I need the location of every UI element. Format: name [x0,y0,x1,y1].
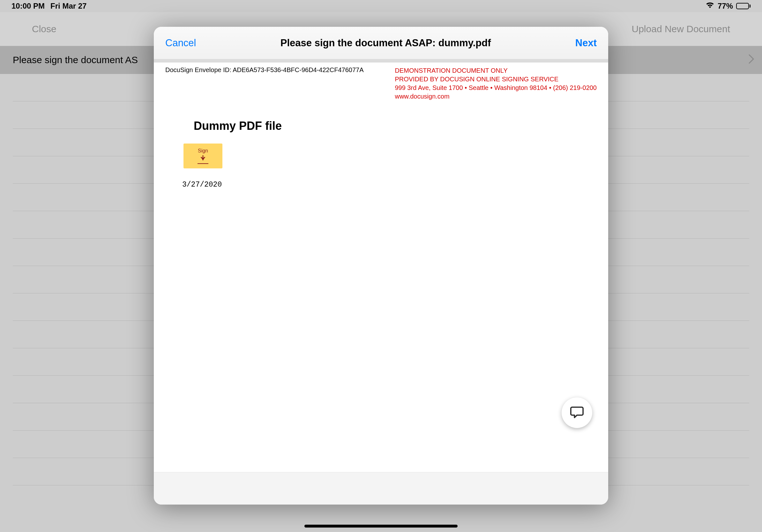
demo-line: www.docusign.com [395,92,597,101]
comment-button[interactable] [562,397,592,428]
status-time: 10:00 PM [12,2,45,11]
sign-label: Sign [198,148,208,154]
modal-bottom-bar [154,472,608,504]
comment-icon [570,405,584,421]
document-date: 3/27/2020 [182,180,597,189]
battery-icon [736,3,750,9]
wifi-icon [706,2,715,11]
modal-nav: Cancel Please sign the document ASAP: du… [154,27,608,59]
status-date: Fri Mar 27 [50,2,87,11]
demo-line: 999 3rd Ave, Suite 1700 • Seattle • Wash… [395,84,597,92]
demo-watermark: DEMONSTRATION DOCUMENT ONLY PROVIDED BY … [395,66,597,101]
sign-underline [197,163,208,164]
cancel-button[interactable]: Cancel [165,37,196,49]
document-header-row: DocuSign Envelope ID: ADE6A573-F536-4BFC… [165,66,597,101]
sign-here-tag[interactable]: Sign [184,144,222,168]
document-title: Dummy PDF file [194,119,597,133]
upload-button[interactable]: Upload New Document [632,24,730,34]
close-button[interactable]: Close [32,24,56,34]
chevron-right-icon [749,54,754,66]
document-body: Dummy PDF file Sign 3/27/2020 [165,119,597,189]
signing-modal: Cancel Please sign the document ASAP: du… [154,27,608,504]
document-area[interactable]: DocuSign Envelope ID: ADE6A573-F536-4BFC… [154,62,608,472]
modal-divider [154,59,608,62]
list-header-text: Please sign the document AS [13,54,138,65]
demo-line: DEMONSTRATION DOCUMENT ONLY [395,66,597,75]
status-right: 77% [706,2,750,11]
arrow-down-icon [199,155,206,163]
status-left: 10:00 PM Fri Mar 27 [12,2,87,11]
home-indicator[interactable] [304,525,458,528]
modal-title: Please sign the document ASAP: dummy.pdf [280,37,491,49]
demo-line: PROVIDED BY DOCUSIGN ONLINE SIGNING SERV… [395,75,597,84]
envelope-id: DocuSign Envelope ID: ADE6A573-F536-4BFC… [165,66,363,74]
next-button[interactable]: Next [575,37,597,49]
battery-percent: 77% [718,2,733,11]
status-bar: 10:00 PM Fri Mar 27 77% [0,0,762,12]
